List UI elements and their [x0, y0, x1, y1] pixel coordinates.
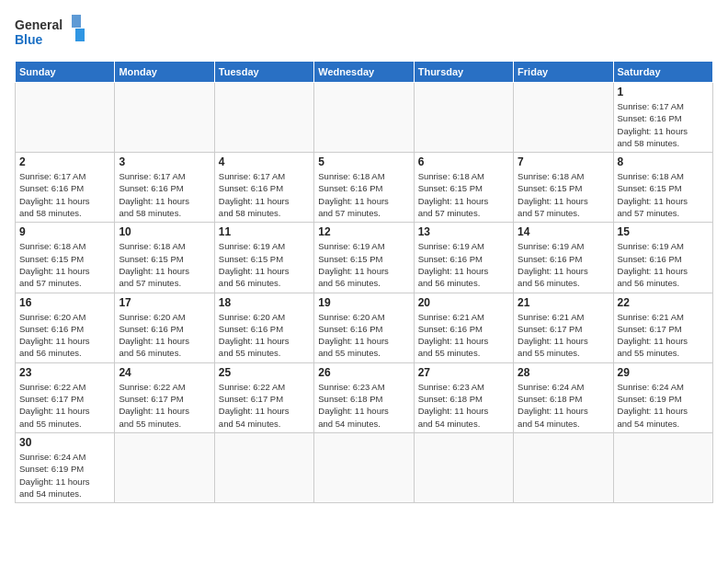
- calendar-cell: [613, 432, 712, 502]
- calendar-cell: 25Sunrise: 6:22 AM Sunset: 6:17 PM Dayli…: [214, 362, 313, 432]
- day-number: 1: [618, 86, 709, 98]
- day-number: 28: [518, 366, 609, 379]
- calendar-cell: 15Sunrise: 6:19 AM Sunset: 6:16 PM Dayli…: [613, 223, 712, 293]
- day-number: 25: [219, 366, 310, 379]
- calendar-cell: 9Sunrise: 6:18 AM Sunset: 6:15 PM Daylig…: [16, 223, 115, 293]
- day-number: 18: [219, 296, 310, 309]
- day-info: Sunrise: 6:20 AM Sunset: 6:16 PM Dayligh…: [119, 311, 210, 360]
- day-number: 20: [418, 296, 509, 309]
- calendar-cell: [514, 83, 613, 153]
- calendar-cell: [16, 83, 115, 153]
- day-number: 19: [318, 296, 409, 309]
- calendar-cell: 22Sunrise: 6:21 AM Sunset: 6:17 PM Dayli…: [613, 293, 712, 362]
- day-number: 21: [518, 296, 609, 309]
- day-number: 27: [418, 366, 509, 379]
- day-info: Sunrise: 6:19 AM Sunset: 6:16 PM Dayligh…: [618, 240, 709, 289]
- day-info: Sunrise: 6:21 AM Sunset: 6:17 PM Dayligh…: [518, 311, 609, 360]
- calendar-cell: 21Sunrise: 6:21 AM Sunset: 6:17 PM Dayli…: [514, 293, 613, 362]
- day-info: Sunrise: 6:21 AM Sunset: 6:17 PM Dayligh…: [618, 311, 709, 360]
- day-info: Sunrise: 6:24 AM Sunset: 6:18 PM Dayligh…: [518, 381, 609, 430]
- weekday-header: Sunday: [16, 62, 115, 83]
- day-info: Sunrise: 6:22 AM Sunset: 6:17 PM Dayligh…: [19, 381, 110, 430]
- day-info: Sunrise: 6:22 AM Sunset: 6:17 PM Dayligh…: [219, 381, 310, 430]
- day-info: Sunrise: 6:19 AM Sunset: 6:16 PM Dayligh…: [518, 240, 609, 289]
- logo-svg: General Blue: [15, 15, 88, 52]
- calendar-cell: 27Sunrise: 6:23 AM Sunset: 6:18 PM Dayli…: [414, 362, 513, 432]
- day-number: 2: [19, 155, 110, 168]
- calendar-cell: 17Sunrise: 6:20 AM Sunset: 6:16 PM Dayli…: [115, 293, 214, 362]
- calendar-cell: 30Sunrise: 6:24 AM Sunset: 6:19 PM Dayli…: [16, 432, 115, 502]
- calendar-week-row: 30Sunrise: 6:24 AM Sunset: 6:19 PM Dayli…: [16, 432, 713, 502]
- day-info: Sunrise: 6:24 AM Sunset: 6:19 PM Dayligh…: [19, 451, 110, 500]
- calendar-week-row: 16Sunrise: 6:20 AM Sunset: 6:16 PM Dayli…: [16, 293, 713, 362]
- calendar-week-row: 2Sunrise: 6:17 AM Sunset: 6:16 PM Daylig…: [16, 153, 713, 223]
- day-number: 10: [119, 225, 210, 238]
- day-info: Sunrise: 6:17 AM Sunset: 6:16 PM Dayligh…: [119, 170, 210, 219]
- day-number: 26: [318, 366, 409, 379]
- calendar-cell: 3Sunrise: 6:17 AM Sunset: 6:16 PM Daylig…: [115, 153, 214, 223]
- day-number: 6: [418, 155, 509, 168]
- svg-marker-2: [72, 15, 81, 28]
- calendar-cell: 13Sunrise: 6:19 AM Sunset: 6:16 PM Dayli…: [414, 223, 513, 293]
- day-number: 15: [618, 225, 709, 238]
- calendar-cell: [214, 83, 313, 153]
- svg-text:Blue: Blue: [15, 32, 43, 47]
- calendar-week-row: 1Sunrise: 6:17 AM Sunset: 6:16 PM Daylig…: [16, 83, 713, 153]
- day-info: Sunrise: 6:23 AM Sunset: 6:18 PM Dayligh…: [318, 381, 409, 430]
- logo: General Blue: [15, 15, 88, 52]
- calendar-cell: 24Sunrise: 6:22 AM Sunset: 6:17 PM Dayli…: [115, 362, 214, 432]
- day-info: Sunrise: 6:19 AM Sunset: 6:15 PM Dayligh…: [219, 240, 310, 289]
- calendar-cell: 23Sunrise: 6:22 AM Sunset: 6:17 PM Dayli…: [16, 362, 115, 432]
- day-number: 16: [19, 296, 110, 309]
- calendar-cell: 20Sunrise: 6:21 AM Sunset: 6:16 PM Dayli…: [414, 293, 513, 362]
- svg-text:General: General: [15, 17, 63, 32]
- day-info: Sunrise: 6:17 AM Sunset: 6:16 PM Dayligh…: [219, 170, 310, 219]
- weekday-header: Monday: [115, 62, 214, 83]
- calendar-cell: [314, 432, 414, 502]
- day-info: Sunrise: 6:21 AM Sunset: 6:16 PM Dayligh…: [418, 311, 509, 360]
- day-number: 8: [618, 155, 709, 168]
- weekday-header: Saturday: [613, 62, 712, 83]
- day-number: 5: [318, 155, 409, 168]
- day-info: Sunrise: 6:18 AM Sunset: 6:15 PM Dayligh…: [119, 240, 210, 289]
- day-number: 22: [618, 296, 709, 309]
- calendar-cell: 18Sunrise: 6:20 AM Sunset: 6:16 PM Dayli…: [214, 293, 313, 362]
- day-number: 17: [119, 296, 210, 309]
- svg-marker-3: [75, 29, 85, 41]
- calendar-cell: 28Sunrise: 6:24 AM Sunset: 6:18 PM Dayli…: [514, 362, 613, 432]
- day-number: 12: [318, 225, 409, 238]
- calendar-cell: 19Sunrise: 6:20 AM Sunset: 6:16 PM Dayli…: [314, 293, 414, 362]
- calendar-cell: 14Sunrise: 6:19 AM Sunset: 6:16 PM Dayli…: [514, 223, 613, 293]
- calendar-cell: [214, 432, 313, 502]
- calendar-cell: 7Sunrise: 6:18 AM Sunset: 6:15 PM Daylig…: [514, 153, 613, 223]
- calendar-cell: 29Sunrise: 6:24 AM Sunset: 6:19 PM Dayli…: [613, 362, 712, 432]
- day-info: Sunrise: 6:18 AM Sunset: 6:15 PM Dayligh…: [618, 170, 709, 219]
- calendar-cell: 26Sunrise: 6:23 AM Sunset: 6:18 PM Dayli…: [314, 362, 414, 432]
- day-number: 29: [618, 366, 709, 379]
- calendar-cell: 5Sunrise: 6:18 AM Sunset: 6:16 PM Daylig…: [314, 153, 414, 223]
- calendar-cell: 1Sunrise: 6:17 AM Sunset: 6:16 PM Daylig…: [613, 83, 712, 153]
- calendar-cell: [514, 432, 613, 502]
- calendar-cell: 4Sunrise: 6:17 AM Sunset: 6:16 PM Daylig…: [214, 153, 313, 223]
- calendar-cell: 10Sunrise: 6:18 AM Sunset: 6:15 PM Dayli…: [115, 223, 214, 293]
- page-header: General Blue: [15, 15, 713, 52]
- calendar-cell: [314, 83, 414, 153]
- day-number: 13: [418, 225, 509, 238]
- calendar-week-row: 9Sunrise: 6:18 AM Sunset: 6:15 PM Daylig…: [16, 223, 713, 293]
- weekday-header: Wednesday: [314, 62, 414, 83]
- day-info: Sunrise: 6:17 AM Sunset: 6:16 PM Dayligh…: [19, 170, 110, 219]
- calendar-cell: 6Sunrise: 6:18 AM Sunset: 6:15 PM Daylig…: [414, 153, 513, 223]
- day-number: 30: [19, 436, 110, 449]
- day-info: Sunrise: 6:24 AM Sunset: 6:19 PM Dayligh…: [618, 381, 709, 430]
- weekday-header: Friday: [514, 62, 613, 83]
- day-number: 3: [119, 155, 210, 168]
- calendar-cell: 2Sunrise: 6:17 AM Sunset: 6:16 PM Daylig…: [16, 153, 115, 223]
- day-info: Sunrise: 6:18 AM Sunset: 6:15 PM Dayligh…: [19, 240, 110, 289]
- calendar-cell: [115, 83, 214, 153]
- day-info: Sunrise: 6:17 AM Sunset: 6:16 PM Dayligh…: [618, 100, 709, 149]
- day-number: 24: [119, 366, 210, 379]
- day-info: Sunrise: 6:18 AM Sunset: 6:16 PM Dayligh…: [318, 170, 409, 219]
- calendar-cell: 12Sunrise: 6:19 AM Sunset: 6:15 PM Dayli…: [314, 223, 414, 293]
- day-info: Sunrise: 6:20 AM Sunset: 6:16 PM Dayligh…: [318, 311, 409, 360]
- calendar-cell: [115, 432, 214, 502]
